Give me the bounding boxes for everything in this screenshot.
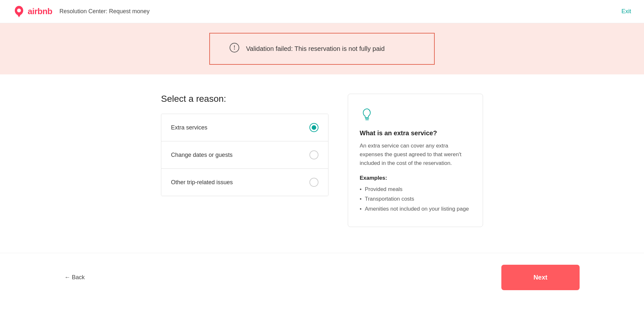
airbnb-logo[interactable]: airbnb [13,5,52,18]
radio-item-extra-services[interactable]: Extra services [161,114,328,141]
radio-item-other-issues[interactable]: Other trip-related issues [161,169,328,196]
alert-icon: ! [229,43,240,55]
footer: ← Back Next [0,253,644,302]
exit-link[interactable]: Exit [621,8,631,15]
radio-group: Extra services Change dates or guests Ot… [161,114,328,196]
back-link[interactable]: ← Back [64,274,85,281]
alert-box: ! Validation failed: This reservation is… [209,33,435,65]
info-panel-description: An extra service can cover any extra exp… [360,141,471,168]
radio-circle-other-issues [309,178,318,187]
airbnb-logo-icon [13,5,25,18]
alert-message: Validation failed: This reservation is n… [246,45,385,52]
main-content: Select a reason: Extra services Change d… [64,74,580,240]
section-title: Select a reason: [161,94,328,104]
example-item-2: Amenities not included on your listing p… [360,204,471,214]
radio-label-change-dates: Change dates or guests [171,152,232,158]
svg-text:!: ! [233,44,235,51]
info-panel-title: What is an extra service? [360,129,471,137]
info-examples-list: Provided meals Transportation costs Amen… [360,185,471,214]
example-item-1: Transportation costs [360,194,471,204]
example-item-0: Provided meals [360,185,471,195]
header-left: airbnb Resolution Center: Request money [13,5,150,18]
lightbulb-icon [360,107,471,123]
info-panel: What is an extra service? An extra servi… [348,94,483,227]
radio-circle-change-dates [309,150,318,159]
logo-text: airbnb [28,6,52,16]
radio-label-other-issues: Other trip-related issues [171,179,233,186]
radio-circle-extra-services [309,123,318,132]
next-button[interactable]: Next [501,265,580,290]
alert-banner: ! Validation failed: This reservation is… [0,23,644,74]
radio-item-change-dates[interactable]: Change dates or guests [161,141,328,169]
radio-label-extra-services: Extra services [171,124,207,131]
left-section: Select a reason: Extra services Change d… [161,94,328,227]
header-title: Resolution Center: Request money [59,8,149,15]
info-examples-title: Examples: [360,175,471,181]
header: airbnb Resolution Center: Request money … [0,0,644,23]
